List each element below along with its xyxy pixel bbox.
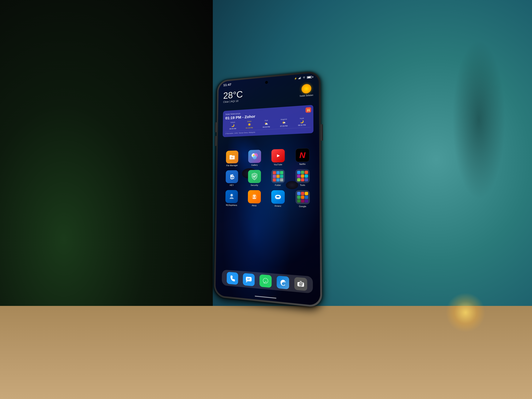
netflix-logo: N (299, 150, 305, 160)
svg-point-19 (254, 194, 255, 195)
app-netflix[interactable]: N Netflix (293, 148, 312, 165)
youtube-icon (271, 149, 285, 163)
wifi-icon (303, 76, 305, 79)
folder-mini-4 (273, 175, 276, 178)
youtube-label: YouTube (274, 164, 282, 166)
google-mini-3 (304, 192, 308, 195)
tools-mini-9 (304, 178, 308, 181)
phone-screen-container: 11:47 ⚡ (215, 72, 320, 306)
app-folder[interactable]: Folder (269, 170, 287, 186)
app-youtube[interactable]: YouTube (269, 149, 287, 166)
gallery-icon (248, 150, 261, 163)
phone-screen: 11:47 ⚡ (215, 72, 320, 306)
prayer-maghrib-time: 07:23 PM (276, 125, 292, 127)
app-grid: File Manager Gallery (220, 148, 315, 212)
volume-up-button[interactable] (215, 122, 217, 132)
google-mini-8 (301, 199, 304, 203)
app-file-manager[interactable]: File Manager (224, 150, 240, 167)
google-mini-4 (297, 196, 300, 199)
app-row-3: MySejahtera Aksiz (220, 190, 315, 208)
svg-point-26 (265, 281, 266, 282)
google-label: Google (299, 205, 306, 208)
volume-down-button[interactable] (215, 136, 216, 146)
prayer-maghrib-label: Maghrib (276, 118, 292, 121)
status-icons: ⚡ (294, 76, 313, 80)
app-hey[interactable]: HEY (224, 170, 240, 186)
prayer-isyak-icon: 🌙 (293, 119, 311, 124)
prayer-zohor-icon: ☀️ (241, 122, 257, 127)
amanz-icon (271, 190, 285, 204)
prayer-isyak: Isyak 🌙 08:32 PM (293, 117, 311, 127)
google-mini-1 (297, 192, 300, 195)
prayer-subuh: Subuh 🌙 06:04 AM (225, 121, 241, 130)
background-plant (452, 40, 505, 200)
google-mini-6 (305, 196, 308, 199)
security-label: Security (251, 184, 258, 186)
svg-rect-3 (300, 77, 301, 79)
phone-device: 11:47 ⚡ (214, 71, 322, 308)
app-aksiz[interactable]: Aksiz (246, 190, 263, 207)
folder-mini-9 (280, 178, 283, 181)
folder-mini-5 (276, 175, 279, 178)
bluetooth-icon: ⚡ (294, 77, 297, 80)
app-security[interactable]: Security (246, 170, 263, 186)
dock-edge[interactable] (277, 276, 289, 289)
svg-rect-7 (231, 157, 233, 158)
tools-mini-2 (301, 171, 304, 174)
prayer-subuh-label: Subuh (225, 121, 241, 124)
svg-rect-2 (300, 77, 300, 79)
mysejahtera-label: MySejahtera (226, 204, 237, 207)
svg-point-21 (277, 196, 278, 197)
tools-mini-1 (297, 171, 300, 174)
dock-whatsapp[interactable] (260, 274, 272, 288)
tools-mini-8 (301, 178, 304, 181)
prayer-isyak-label: Isyak (293, 117, 311, 120)
svg-rect-22 (246, 277, 252, 281)
netflix-icon: N (296, 148, 310, 162)
weather-sun-icon (302, 84, 311, 94)
battery-icon (307, 76, 313, 79)
aksiz-icon (248, 190, 261, 203)
power-button[interactable] (321, 124, 323, 141)
prayer-subuh-time: 06:04 AM (225, 127, 241, 130)
background-light (446, 293, 485, 333)
hey-icon (226, 170, 238, 183)
app-row-1: File Manager Gallery (221, 148, 315, 167)
svg-point-4 (304, 78, 304, 78)
file-manager-label: File Manager (226, 164, 238, 167)
tools-mini-3 (304, 171, 308, 174)
prayer-asar-label: Asar (258, 119, 274, 122)
app-tools[interactable]: Tools (293, 169, 312, 187)
tools-label: Tools (300, 184, 305, 186)
app-mysejahtera[interactable]: MySejahtera (223, 190, 240, 207)
folder-mini-3 (280, 171, 283, 174)
app-gallery[interactable]: Gallery (246, 150, 263, 166)
tools-mini-5 (301, 174, 304, 178)
file-manager-icon (226, 150, 238, 164)
prayer-app-icon[interactable]: 🕌 (305, 107, 311, 113)
prayer-subuh-icon: 🌙 (225, 123, 241, 128)
google-mini-7 (297, 199, 300, 203)
tools-mini-4 (297, 175, 300, 178)
folder-mini-1 (273, 171, 276, 174)
mysejahtera-icon (225, 190, 238, 203)
dock-phone[interactable] (227, 272, 238, 285)
folder-label: Folder (275, 184, 281, 186)
app-amanz[interactable]: Amanz (269, 190, 287, 207)
netflix-label: Netflix (299, 163, 306, 165)
tools-icon (296, 169, 310, 183)
svg-rect-6 (229, 155, 232, 156)
weather-temperature: 28°C (223, 90, 243, 100)
weather-widget[interactable]: 28°C Clear | AQI 18 (223, 90, 243, 103)
weather-location-widget[interactable]: Salak Selatan (299, 83, 313, 97)
folder-mini-8 (276, 178, 279, 181)
app-google[interactable]: Google (293, 190, 312, 208)
svg-rect-1 (299, 78, 300, 79)
security-icon (248, 170, 261, 183)
prayer-zohor-time: 01:19 PM (241, 127, 257, 129)
prayer-isyak-time: 08:32 PM (293, 124, 311, 127)
dock-messages[interactable] (243, 273, 255, 286)
gallery-label: Gallery (251, 164, 258, 166)
folder-mini-6 (280, 175, 283, 178)
dock-camera[interactable] (294, 277, 307, 291)
